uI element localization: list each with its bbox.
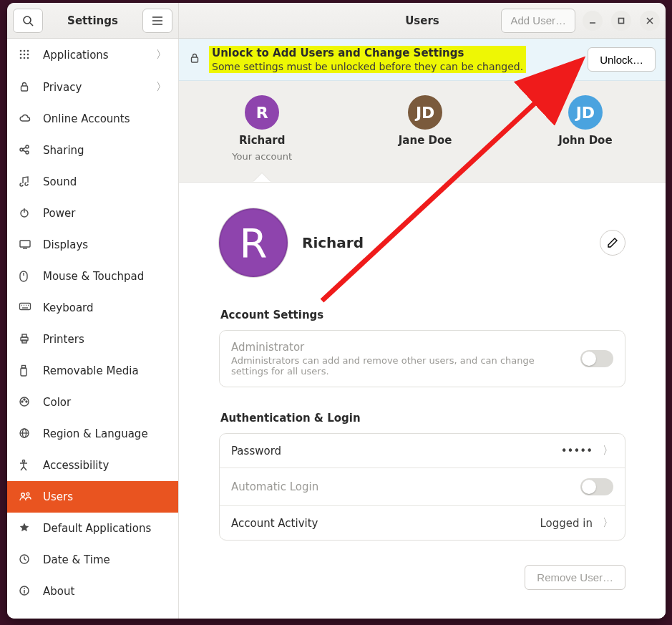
grid-icon <box>19 49 31 62</box>
sidebar-item-label: Region & Language <box>43 427 167 440</box>
close-icon <box>646 16 654 25</box>
globe-icon <box>19 427 31 440</box>
automatic-login-label: Automatic Login <box>231 480 570 493</box>
administrator-label: Administrator <box>231 341 570 354</box>
sidebar-item-mouse-touchpad[interactable]: Mouse & Touchpad <box>7 261 178 292</box>
identity-name: Richard <box>302 234 364 251</box>
sidebar-item-displays[interactable]: Displays <box>7 229 178 261</box>
window-close-button[interactable] <box>640 11 660 31</box>
administrator-switch[interactable] <box>580 350 613 367</box>
sidebar-item-label: Online Accounts <box>43 112 167 125</box>
window-minimize-button[interactable] <box>583 11 603 31</box>
window-controls <box>583 11 660 31</box>
sidebar-item-removable-media[interactable]: Removable Media <box>7 355 178 387</box>
svg-line-57 <box>24 559 26 561</box>
user-chip-name: John Doe <box>558 134 612 147</box>
svg-rect-26 <box>20 241 30 247</box>
svg-point-15 <box>20 57 22 59</box>
display-icon <box>19 238 31 251</box>
star-icon <box>19 522 31 535</box>
settings-title: Settings <box>47 14 138 27</box>
minimize-icon <box>588 16 597 25</box>
sidebar[interactable]: Applications〉Privacy〉Online AccountsShar… <box>7 39 179 619</box>
svg-line-1 <box>30 23 33 26</box>
unlock-button[interactable]: Unlock… <box>588 47 656 72</box>
unlock-banner: Unlock to Add Users and Change Settings … <box>179 39 666 81</box>
sidebar-item-power[interactable]: Power <box>7 198 178 229</box>
info-icon <box>19 585 31 598</box>
svg-rect-18 <box>21 86 28 91</box>
sidebar-item-online-accounts[interactable]: Online Accounts <box>7 103 178 135</box>
sidebar-item-label: Applications <box>43 49 145 62</box>
sidebar-item-about[interactable]: About <box>7 576 178 607</box>
svg-line-51 <box>21 467 24 470</box>
svg-point-17 <box>27 57 29 59</box>
users-icon <box>19 490 31 503</box>
edit-name-button[interactable] <box>600 230 625 256</box>
lock-icon <box>19 81 31 94</box>
user-chip-john-doe[interactable]: JDJohn Doe <box>558 95 612 162</box>
search-button[interactable] <box>13 9 43 33</box>
sidebar-item-label: Keyboard <box>43 301 167 314</box>
user-detail: R Richard Account Settings Administrator <box>179 183 666 619</box>
svg-line-23 <box>23 150 26 152</box>
account-activity-row[interactable]: Account Activity Logged in 〉 <box>220 505 625 540</box>
svg-rect-40 <box>22 366 26 369</box>
add-user-button[interactable]: Add User… <box>501 9 575 33</box>
sidebar-item-date-time[interactable]: Date & Time <box>7 544 178 576</box>
sidebar-item-privacy[interactable]: Privacy〉 <box>7 71 178 103</box>
svg-line-52 <box>24 467 26 470</box>
sidebar-item-users[interactable]: Users <box>7 481 178 513</box>
user-chip-jane-doe[interactable]: JDJane Doe <box>399 95 452 162</box>
sidebar-item-applications[interactable]: Applications〉 <box>7 39 178 71</box>
svg-point-21 <box>26 151 29 154</box>
avatar: JD <box>408 95 442 130</box>
svg-point-44 <box>21 401 23 402</box>
a11y-icon <box>19 459 31 472</box>
sidebar-item-label: Date & Time <box>43 553 167 566</box>
account-settings-heading: Account Settings <box>220 309 625 321</box>
lock-icon <box>189 52 200 67</box>
sidebar-item-label: Privacy <box>43 81 145 94</box>
svg-rect-6 <box>619 18 624 23</box>
sidebar-item-label: Color <box>43 396 167 409</box>
svg-point-19 <box>20 148 23 151</box>
chevron-right-icon: 〉 <box>156 80 167 94</box>
hamburger-button[interactable] <box>142 9 172 33</box>
cloud-icon <box>19 112 31 125</box>
automatic-login-switch[interactable] <box>580 478 613 495</box>
sidebar-item-sound[interactable]: Sound <box>7 166 178 198</box>
avatar: R <box>245 95 279 130</box>
svg-point-10 <box>24 49 26 52</box>
sidebar-item-accessibility[interactable]: Accessibility <box>7 450 178 481</box>
sidebar-item-sharing[interactable]: Sharing <box>7 135 178 166</box>
sidebar-item-color[interactable]: Color <box>7 387 178 418</box>
sidebar-item-label: Displays <box>43 238 167 251</box>
svg-point-12 <box>20 53 22 55</box>
password-label: Password <box>231 445 551 457</box>
search-icon <box>22 15 34 26</box>
keyboard-icon <box>19 301 31 314</box>
sidebar-item-printers[interactable]: Printers <box>7 324 178 355</box>
window-maximize-button[interactable] <box>611 11 631 31</box>
account-activity-label: Account Activity <box>231 517 530 530</box>
svg-point-16 <box>24 57 26 59</box>
power-icon <box>19 207 31 220</box>
user-chip-name: Richard <box>239 134 286 147</box>
automatic-login-row: Automatic Login <box>220 467 625 505</box>
sidebar-item-keyboard[interactable]: Keyboard <box>7 292 178 324</box>
remove-user-button[interactable]: Remove User… <box>525 565 625 590</box>
svg-rect-30 <box>20 304 31 310</box>
svg-point-54 <box>26 493 29 495</box>
sidebar-item-default-applications[interactable]: Default Applications <box>7 513 178 544</box>
sidebar-item-region-language[interactable]: Region & Language <box>7 418 178 450</box>
sidebar-item-label: Accessibility <box>43 459 167 472</box>
svg-rect-39 <box>21 368 26 376</box>
svg-point-11 <box>27 49 29 52</box>
password-row[interactable]: Password ••••• 〉 <box>220 434 625 467</box>
mouse-icon <box>19 270 31 283</box>
user-chip-richard[interactable]: RRichardYour account <box>232 95 292 162</box>
clock-icon <box>19 553 31 566</box>
svg-rect-61 <box>192 57 198 62</box>
account-settings-card: Administrator Administrators can add and… <box>219 330 625 387</box>
